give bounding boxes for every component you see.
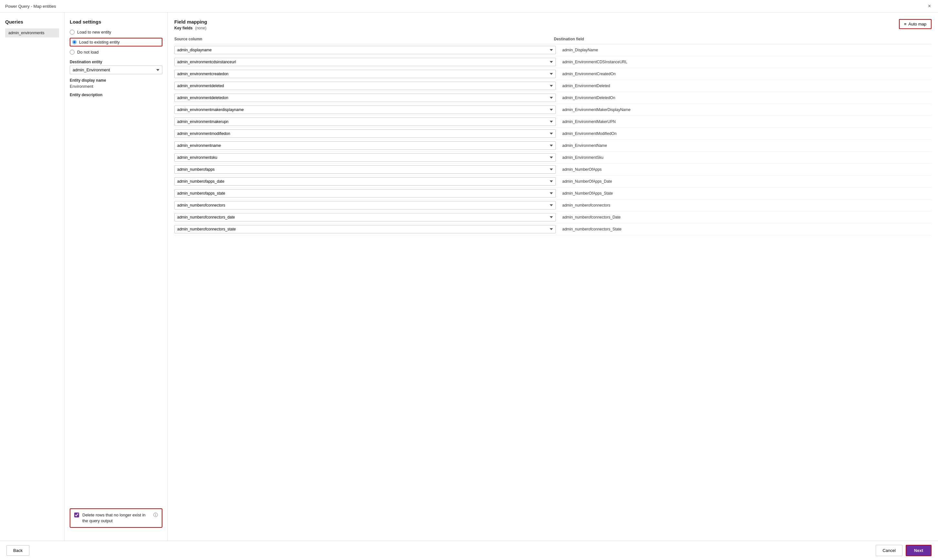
source-column-select[interactable]: admin_environmentsku [174, 153, 556, 162]
destination-field-value: admin_NumberOfApps_State [561, 191, 932, 195]
dialog-title: Power Query - Map entities [5, 4, 56, 9]
table-row: admin_environmentdeletedonadmin_Environm… [174, 92, 932, 104]
source-column-header: Source column [174, 37, 549, 41]
key-fields-row: Key fields (none) [174, 26, 207, 30]
mapping-columns-header: Source column Destination field [174, 37, 932, 44]
query-item[interactable]: admin_environments [5, 28, 59, 37]
do-not-load-label: Do not load [77, 50, 99, 55]
destination-field-value: admin_EnvironmentMakerUPN [561, 119, 932, 124]
source-column-select[interactable]: admin_environmentmodifiedon [174, 129, 556, 138]
table-row: admin_environmentdeletedadmin_Environmen… [174, 80, 932, 92]
footer-right: Cancel Next [876, 545, 932, 556]
table-row: admin_environmentmodifiedonadmin_Environ… [174, 128, 932, 140]
source-column-select[interactable]: admin_environmentmakerdisplayname [174, 106, 556, 114]
destination-field-value: admin_EnvironmentCDSInstanceURL [561, 60, 932, 64]
source-column-select[interactable]: admin_environmentcdsinstanceurl [174, 58, 556, 66]
do-not-load-radio[interactable] [70, 50, 75, 55]
source-column-select[interactable]: admin_environmentname [174, 142, 556, 150]
source-column-select[interactable]: admin_environmentdeleted [174, 82, 556, 90]
delete-rows-checkbox[interactable] [74, 512, 79, 517]
load-new-radio[interactable] [70, 30, 75, 35]
close-button[interactable]: × [926, 3, 933, 10]
info-icon[interactable]: ⓘ [153, 512, 158, 518]
title-bar: Power Query - Map entities × [0, 0, 938, 12]
destination-field-value: admin_NumberOfApps_Date [561, 179, 932, 184]
destination-field-value: admin_numberofconnectors_State [561, 227, 932, 231]
destination-field-value: admin_EnvironmentName [561, 143, 932, 148]
table-row: admin_environmentcreatedonadmin_Environm… [174, 68, 932, 80]
destination-entity-label: Destination entity [70, 60, 162, 64]
destination-field-value: admin_NumberOfApps [561, 167, 932, 172]
queries-heading: Queries [5, 19, 59, 25]
source-column-select[interactable]: admin_numberofapps_state [174, 189, 556, 197]
destination-field-value: admin_numberofconnectors_Date [561, 215, 932, 220]
do-not-load-option[interactable]: Do not load [70, 50, 162, 55]
delete-rows-section: Delete rows that no longer exist in the … [70, 508, 162, 528]
next-button[interactable]: Next [906, 545, 932, 556]
entity-description-label: Entity description [70, 92, 162, 97]
load-existing-radio[interactable] [72, 40, 77, 44]
entity-display-name-value: Environment [70, 84, 162, 89]
table-row: admin_environmentmakerdisplaynameadmin_E… [174, 104, 932, 116]
destination-field-value: admin_EnvironmentMakerDisplayName [561, 108, 932, 112]
source-column-select[interactable]: admin_numberofapps [174, 165, 556, 174]
mapping-scroll-area[interactable]: admin_displaynameadmin_DisplayNameadmin_… [174, 44, 932, 534]
destination-field-value: admin_EnvironmentSku [561, 155, 932, 160]
destination-entity-select[interactable]: admin_Environment [70, 66, 162, 74]
footer: Back Cancel Next [0, 541, 938, 560]
load-new-option[interactable]: Load to new entity [70, 30, 162, 35]
source-column-select[interactable]: admin_environmentmakerupn [174, 117, 556, 126]
load-options-group: Load to new entity Load to existing enti… [70, 30, 162, 55]
source-column-select[interactable]: admin_numberofconnectors_state [174, 225, 556, 233]
table-row: admin_numberofconnectors_stateadmin_numb… [174, 223, 932, 235]
load-existing-label: Load to existing entity [79, 40, 120, 45]
source-column-select[interactable]: admin_displayname [174, 46, 556, 54]
table-row: admin_environmentskuadmin_EnvironmentSku [174, 152, 932, 164]
entity-display-name-label: Entity display name [70, 78, 162, 83]
load-settings-heading: Load settings [70, 19, 162, 25]
destination-field-header: Destination field [554, 37, 928, 41]
field-mapping-top: Field mapping Key fields (none) ≡ Auto m… [174, 19, 932, 33]
load-new-label: Load to new entity [77, 30, 111, 35]
field-mapping-panel: Field mapping Key fields (none) ≡ Auto m… [168, 12, 938, 541]
table-row: admin_numberofconnectorsadmin_numberofco… [174, 200, 932, 211]
destination-field-value: admin_numberofconnectors [561, 203, 932, 208]
table-row: admin_environmentnameadmin_EnvironmentNa… [174, 140, 932, 152]
auto-map-label: Auto map [908, 22, 926, 26]
destination-field-value: admin_EnvironmentDeleted [561, 84, 932, 88]
source-column-select[interactable]: admin_numberofconnectors_date [174, 213, 556, 222]
mapping-rows-container: admin_displaynameadmin_DisplayNameadmin_… [174, 44, 932, 235]
table-row: admin_numberofappsadmin_NumberOfApps [174, 164, 932, 175]
queries-panel: Queries admin_environments [0, 12, 65, 541]
field-mapping-header-left: Field mapping Key fields (none) [174, 19, 207, 33]
table-row: admin_environmentmakerupnadmin_Environme… [174, 116, 932, 128]
table-row: admin_numberofconnectors_dateadmin_numbe… [174, 211, 932, 223]
table-row: admin_numberofapps_stateadmin_NumberOfAp… [174, 188, 932, 200]
table-row: admin_displaynameadmin_DisplayName [174, 44, 932, 56]
source-column-select[interactable]: admin_environmentdeletedon [174, 94, 556, 102]
destination-field-value: admin_EnvironmentModifiedOn [561, 131, 932, 136]
source-column-select[interactable]: admin_numberofconnectors [174, 201, 556, 209]
key-fields-value: (none) [195, 26, 207, 30]
destination-field-value: admin_DisplayName [561, 48, 932, 52]
destination-field-value: admin_EnvironmentCreatedOn [561, 72, 932, 76]
delete-rows-label: Delete rows that no longer exist in the … [82, 512, 149, 524]
back-button[interactable]: Back [6, 545, 29, 556]
key-fields-label: Key fields [174, 26, 193, 30]
source-column-select[interactable]: admin_numberofapps_date [174, 177, 556, 186]
table-row: admin_numberofapps_dateadmin_NumberOfApp… [174, 175, 932, 188]
load-settings-panel: Load settings Load to new entity Load to… [65, 12, 168, 541]
load-existing-option-highlighted[interactable]: Load to existing entity [70, 38, 162, 46]
table-row: admin_environmentcdsinstanceurladmin_Env… [174, 56, 932, 68]
cancel-button[interactable]: Cancel [876, 545, 902, 556]
destination-field-value: admin_EnvironmentDeletedOn [561, 95, 932, 100]
source-column-select[interactable]: admin_environmentcreatedon [174, 70, 556, 78]
field-mapping-heading: Field mapping [174, 19, 207, 25]
auto-map-button[interactable]: ≡ Auto map [899, 19, 932, 29]
main-layout: Queries admin_environments Load settings… [0, 12, 938, 541]
auto-map-icon: ≡ [904, 22, 907, 26]
